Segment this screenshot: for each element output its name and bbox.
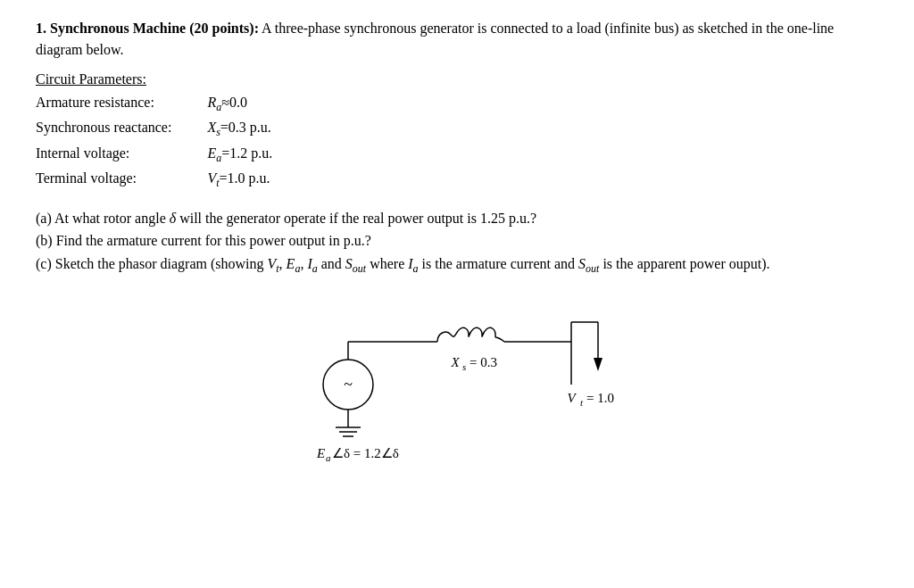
param-label-vt: Terminal voltage: (36, 167, 207, 192)
circuit-params-heading: Circuit Parameters: (36, 71, 875, 87)
param-value-ea: Ea=1.2 p.u. (207, 142, 272, 167)
svg-text:= 1.0: = 1.0 (586, 391, 614, 405)
problem-title: 1. Synchronous Machine (20 points): A th… (36, 18, 875, 61)
param-label-xs: Synchronous reactance: (36, 116, 207, 141)
question-c: (c) Sketch the phasor diagram (showing V… (36, 253, 875, 277)
circuit-parameters: Circuit Parameters: Armature resistance:… (36, 71, 875, 193)
param-value-ra: Ra≈0.0 (207, 91, 272, 116)
param-row-ea: Internal voltage: Ea=1.2 p.u. (36, 142, 272, 167)
question-a: (a) At what rotor angle δ will the gener… (36, 207, 875, 230)
questions: (a) At what rotor angle δ will the gener… (36, 207, 875, 278)
param-label-ra: Armature resistance: (36, 91, 207, 116)
svg-text:s: s (462, 361, 466, 372)
param-row-vt: Terminal voltage: Vt=1.0 p.u. (36, 167, 272, 192)
main-content: 1. Synchronous Machine (20 points): A th… (36, 18, 875, 474)
svg-text:a: a (326, 452, 331, 463)
circuit-params-label: Circuit Parameters: (36, 71, 146, 87)
param-value-xs: Xs=0.3 p.u. (207, 116, 272, 141)
problem-number: 1. (36, 21, 46, 36)
svg-text:E: E (316, 446, 325, 460)
problem-title-bold: Synchronous Machine (20 points): (50, 21, 259, 36)
circuit-svg: ~ X s = 0.3 (268, 295, 643, 474)
svg-text:= 0.3: = 0.3 (469, 355, 497, 369)
question-b: (b) Find the armature current for this p… (36, 229, 875, 253)
param-row-ra: Armature resistance: Ra≈0.0 (36, 91, 272, 116)
param-label-ea: Internal voltage: (36, 142, 207, 167)
svg-text:∠δ = 1.2∠δ: ∠δ = 1.2∠δ (332, 446, 399, 460)
params-table: Armature resistance: Ra≈0.0 Synchronous … (36, 91, 272, 193)
svg-text:t: t (580, 397, 584, 408)
circuit-diagram: ~ X s = 0.3 (36, 295, 875, 474)
svg-text:V: V (567, 391, 577, 405)
param-value-vt: Vt=1.0 p.u. (207, 167, 272, 192)
svg-text:~: ~ (344, 376, 353, 393)
svg-marker-11 (594, 358, 602, 371)
svg-text:X: X (450, 355, 460, 369)
param-row-xs: Synchronous reactance: Xs=0.3 p.u. (36, 116, 272, 141)
